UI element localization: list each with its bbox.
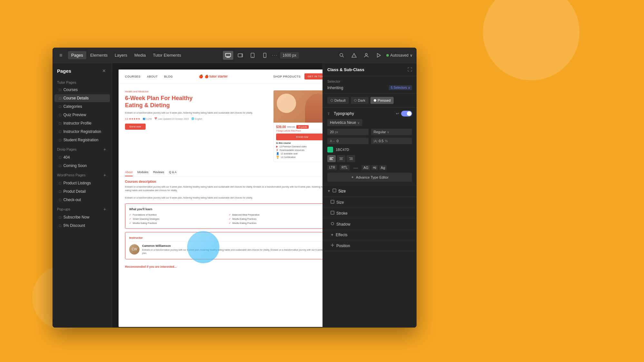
structure-size-label: Size <box>336 200 344 205</box>
page-subscribe-now[interactable]: □ Subscribe Now <box>54 213 110 221</box>
nav-cta-btn[interactable]: GET IN TOUCH <box>304 73 322 79</box>
structure-effects[interactable]: ✦ Effects <box>323 230 417 240</box>
pages-panel-close[interactable]: ✕ <box>101 68 107 74</box>
menu-icon[interactable]: ≡ <box>56 51 65 60</box>
page-404[interactable]: □ 404 <box>54 153 110 161</box>
typography-undo[interactable]: ↩ <box>396 111 399 116</box>
state-pressed[interactable]: Pressed <box>370 97 394 104</box>
page-quiz-preview[interactable]: □ Quiz Preview <box>54 111 110 119</box>
font-weight-select[interactable]: Regular ∨ <box>371 129 412 135</box>
structure-size[interactable]: Size <box>323 197 417 208</box>
nav-courses-link[interactable]: COURSES <box>125 75 140 78</box>
structure-shadow-left: Shadow <box>331 222 350 227</box>
course-enroll-btn[interactable]: Enroll now <box>276 134 322 140</box>
page-instructor-registration[interactable]: □ Instructor Registration <box>54 128 110 135</box>
capitalize-btn[interactable]: Ag <box>379 165 387 170</box>
tab-modules[interactable]: Modules <box>138 169 149 176</box>
state-pressed-dot <box>374 99 376 102</box>
canvas-width[interactable]: 1600 px <box>280 52 299 59</box>
page-5-discount[interactable]: □ 5% Discount <box>54 222 110 229</box>
structure-stroke[interactable]: Stroke <box>323 208 417 219</box>
structure-position[interactable]: Position <box>323 240 417 251</box>
nav-blog-link[interactable]: BLOG <box>164 75 173 78</box>
page-checkout[interactable]: □ Check-out <box>54 196 110 204</box>
toolbar: ≡ Pages Elements Layers Media Tutor Elem… <box>53 48 417 63</box>
selector-row: Inheriting 5 Selectors ∨ <box>327 85 412 90</box>
typography-toggle-switch[interactable] <box>401 111 412 116</box>
tab-reviews[interactable]: Reviews <box>153 169 164 176</box>
autosaved-chevron: ∨ <box>410 53 413 58</box>
page-product-detail[interactable]: □ Produt Detail <box>54 188 110 195</box>
view-desktop[interactable] <box>223 51 233 60</box>
page-coming-soon[interactable]: □ Coming Soon <box>54 162 110 170</box>
page-file-icon-14: □ <box>59 224 61 227</box>
svg-rect-26 <box>333 189 336 192</box>
align-left-btn[interactable] <box>327 155 336 162</box>
instructor-desc: Embark on a transformative journey with … <box>142 248 322 255</box>
view-tablet[interactable] <box>247 51 258 60</box>
view-more[interactable]: ··· <box>272 52 278 58</box>
nav-media[interactable]: Media <box>131 51 149 59</box>
page-student-registration[interactable]: □ Student Registration <box>54 136 110 144</box>
course-rating: 4.9 ★★★★★ <box>125 117 140 120</box>
align-center-btn[interactable] <box>337 155 345 162</box>
canvas-area[interactable]: COURSES ABOUT BLOG 🍎 🍎 tutor starter SHO… <box>112 63 322 328</box>
rtl-btn[interactable]: RTL <box>340 165 350 170</box>
font-size-input[interactable]: 20 px <box>327 129 369 135</box>
user-icon[interactable] <box>362 51 371 60</box>
structure-shadow[interactable]: Shadow <box>323 219 417 230</box>
popups-label: Pop-ups <box>57 207 70 211</box>
lowercase-btn[interactable]: ag <box>371 165 378 170</box>
nav-elements[interactable]: Elements <box>87 51 111 59</box>
nav-tutor-elements[interactable]: Tutor Elements <box>150 51 185 59</box>
structure-header[interactable]: ▼ Size <box>323 185 417 197</box>
page-product-listings[interactable]: □ Product Listings <box>54 179 110 187</box>
canvas-decoration-circle <box>187 231 219 263</box>
feature-certification: 🏆 12 Certification <box>276 156 322 159</box>
ltr-btn[interactable]: LTR <box>327 165 337 170</box>
nav-about-link[interactable]: ABOUT <box>147 75 158 78</box>
course-old-price: $52.00 <box>287 125 295 128</box>
font-selector[interactable]: Helvetica Neue ∨ <box>327 119 362 126</box>
align-right-btn[interactable] <box>347 155 355 162</box>
alignment-row <box>327 155 412 162</box>
state-default[interactable]: Default <box>327 97 349 104</box>
view-mobile[interactable] <box>260 51 270 60</box>
instructor-box: Instructor CW Cameron Williamson Embark … <box>125 232 322 259</box>
structure-stroke-left: Stroke <box>331 211 348 216</box>
search-icon[interactable] <box>337 51 346 60</box>
selector-badge[interactable]: 5 Selectors ∨ <box>389 85 412 90</box>
tab-qa[interactable]: Q & A <box>169 169 177 176</box>
letter-spacing-input[interactable]: A↔ 0 <box>327 138 369 144</box>
nav-shop-link[interactable]: SHOP PRODUCTS <box>273 75 301 78</box>
tab-about[interactable]: About <box>125 169 133 176</box>
droip-pages-add[interactable]: + <box>102 147 107 152</box>
page-courses[interactable]: □ Courses <box>54 86 110 94</box>
advance-type-editor-btn[interactable]: ✦ Advance Type Editor <box>327 173 412 182</box>
page-categories[interactable]: □ Categories <box>54 103 110 110</box>
structure-effects-left: ✦ Effects <box>331 233 347 237</box>
expand-icon[interactable]: ⛶ <box>408 67 412 72</box>
right-panel-title: Class & Sub-Class <box>327 67 364 72</box>
uppercase-btn[interactable]: AG <box>362 165 370 170</box>
wordpress-pages-add[interactable]: + <box>102 172 107 178</box>
page-instructor-profile[interactable]: □ Instructor Profile <box>54 119 110 127</box>
nav-pages[interactable]: Pages <box>68 51 86 59</box>
popups-section: Pop-ups + <box>53 204 112 213</box>
page-course-details[interactable]: □ Course Details <box>54 94 110 102</box>
nav-layers[interactable]: Layers <box>111 51 130 59</box>
color-swatch[interactable] <box>327 147 333 153</box>
page-file-icon-11: □ <box>59 190 61 193</box>
svg-line-11 <box>342 56 344 57</box>
line-height-input[interactable]: |A| 0.5 % <box>371 138 412 144</box>
state-dark[interactable]: Dark <box>351 97 369 104</box>
warning-icon[interactable]: ! <box>350 51 359 60</box>
view-tablet-landscape[interactable] <box>235 51 245 60</box>
course-price: $39.00 <box>276 125 286 129</box>
toolbar-nav: Pages Elements Layers Media Tutor Elemen… <box>68 51 184 59</box>
popups-add[interactable]: + <box>102 207 107 212</box>
play-icon[interactable] <box>374 51 383 60</box>
page-file-icon-9: □ <box>59 164 61 168</box>
size-weight-row: 20 px Regular ∨ <box>327 129 412 135</box>
enroll-top-btn[interactable]: Enrol now <box>125 124 146 130</box>
